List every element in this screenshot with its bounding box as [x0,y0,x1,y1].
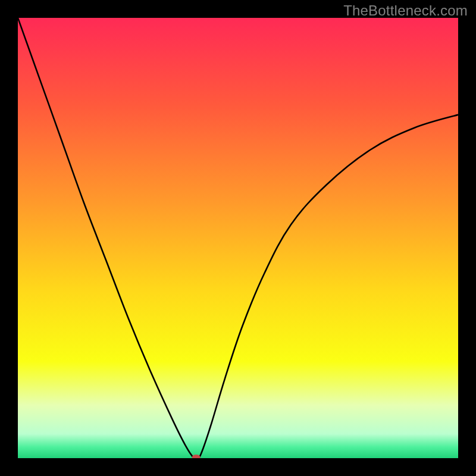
chart-frame: TheBottleneck.com [0,0,476,476]
chart-canvas [18,18,458,458]
gradient-background [18,18,458,458]
watermark-text: TheBottleneck.com [343,2,468,19]
plot-area [18,18,458,458]
